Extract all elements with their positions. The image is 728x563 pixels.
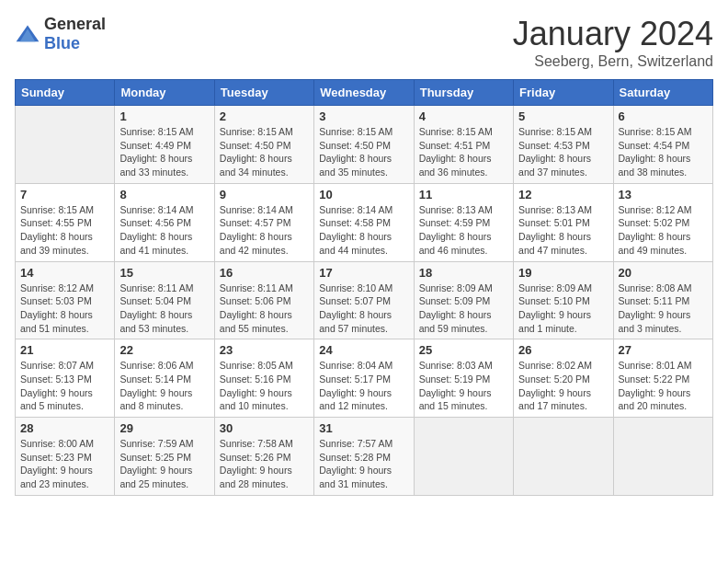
- day-number: 12: [518, 188, 608, 201]
- day-info: Sunrise: 8:14 AMSunset: 4:58 PMDaylight:…: [319, 203, 408, 258]
- day-number: 11: [419, 188, 508, 201]
- day-number: 30: [220, 421, 309, 435]
- title-area: January 2024 Seeberg, Bern, Switzerland: [513, 15, 713, 70]
- day-number: 7: [20, 188, 109, 201]
- day-number: 29: [119, 421, 209, 435]
- calendar-cell: 9Sunrise: 8:14 AMSunset: 4:57 PMDaylight…: [214, 183, 313, 261]
- weekday-header: Wednesday: [314, 80, 414, 106]
- calendar-cell: [414, 418, 513, 496]
- day-info: Sunrise: 8:04 AMSunset: 5:17 PMDaylight:…: [319, 359, 408, 413]
- calendar-cell: 16Sunrise: 8:11 AMSunset: 5:06 PMDayligh…: [214, 261, 313, 339]
- day-info: Sunrise: 7:57 AMSunset: 5:28 PMDaylight:…: [319, 437, 408, 491]
- day-number: 24: [319, 343, 408, 357]
- calendar-cell: 11Sunrise: 8:13 AMSunset: 4:59 PMDayligh…: [414, 183, 513, 261]
- day-number: 23: [220, 343, 309, 357]
- calendar-cell: 20Sunrise: 8:08 AMSunset: 5:11 PMDayligh…: [613, 261, 712, 339]
- day-info: Sunrise: 8:15 AMSunset: 4:55 PMDaylight:…: [20, 203, 109, 258]
- day-number: 20: [619, 266, 708, 280]
- day-number: 25: [419, 343, 508, 357]
- calendar-cell: 8Sunrise: 8:14 AMSunset: 4:56 PMDaylight…: [115, 183, 214, 261]
- calendar-cell: 12Sunrise: 8:13 AMSunset: 5:01 PMDayligh…: [514, 183, 613, 261]
- day-info: Sunrise: 7:59 AMSunset: 5:25 PMDaylight:…: [119, 437, 209, 491]
- calendar-cell: [514, 418, 613, 496]
- calendar-title: January 2024: [513, 15, 713, 53]
- calendar-cell: 3Sunrise: 8:15 AMSunset: 4:50 PMDaylight…: [314, 106, 414, 184]
- calendar-week-row: 28Sunrise: 8:00 AMSunset: 5:23 PMDayligh…: [16, 418, 713, 496]
- day-number: 3: [319, 109, 408, 123]
- day-info: Sunrise: 8:10 AMSunset: 5:07 PMDaylight:…: [319, 282, 408, 336]
- weekday-header-row: SundayMondayTuesdayWednesdayThursdayFrid…: [16, 80, 713, 106]
- day-info: Sunrise: 8:07 AMSunset: 5:13 PMDaylight:…: [20, 359, 109, 413]
- calendar-cell: 22Sunrise: 8:06 AMSunset: 5:14 PMDayligh…: [115, 339, 214, 418]
- day-info: Sunrise: 8:01 AMSunset: 5:22 PMDaylight:…: [619, 359, 708, 413]
- calendar-cell: 30Sunrise: 7:58 AMSunset: 5:26 PMDayligh…: [214, 418, 313, 496]
- day-info: Sunrise: 8:03 AMSunset: 5:19 PMDaylight:…: [419, 359, 508, 413]
- calendar-cell: [16, 106, 115, 184]
- weekday-header: Saturday: [613, 80, 712, 106]
- day-info: Sunrise: 8:05 AMSunset: 5:16 PMDaylight:…: [220, 359, 309, 413]
- weekday-header: Friday: [514, 80, 613, 106]
- calendar-cell: 26Sunrise: 8:02 AMSunset: 5:20 PMDayligh…: [514, 339, 613, 418]
- day-number: 9: [220, 188, 309, 201]
- day-number: 28: [20, 421, 109, 435]
- calendar-cell: 24Sunrise: 8:04 AMSunset: 5:17 PMDayligh…: [314, 339, 414, 418]
- day-number: 26: [518, 343, 608, 357]
- logo-icon: [15, 24, 40, 44]
- day-number: 4: [419, 109, 508, 123]
- day-info: Sunrise: 8:15 AMSunset: 4:51 PMDaylight:…: [419, 125, 508, 179]
- header-area: General Blue January 2024 Seeberg, Bern,…: [15, 15, 713, 70]
- weekday-header: Monday: [115, 80, 214, 106]
- logo-text: General Blue: [44, 15, 106, 53]
- day-number: 14: [20, 266, 109, 280]
- calendar-cell: 13Sunrise: 8:12 AMSunset: 5:02 PMDayligh…: [613, 183, 712, 261]
- day-info: Sunrise: 8:15 AMSunset: 4:50 PMDaylight:…: [220, 125, 309, 179]
- calendar-cell: 14Sunrise: 8:12 AMSunset: 5:03 PMDayligh…: [16, 261, 115, 339]
- logo-blue: Blue: [44, 34, 80, 52]
- day-number: 2: [220, 109, 309, 123]
- calendar-week-row: 1Sunrise: 8:15 AMSunset: 4:49 PMDaylight…: [16, 106, 713, 184]
- calendar-subtitle: Seeberg, Bern, Switzerland: [513, 53, 713, 70]
- calendar-cell: 2Sunrise: 8:15 AMSunset: 4:50 PMDaylight…: [214, 106, 313, 184]
- logo-general: General: [44, 15, 106, 33]
- calendar-cell: 23Sunrise: 8:05 AMSunset: 5:16 PMDayligh…: [214, 339, 313, 418]
- calendar-cell: 18Sunrise: 8:09 AMSunset: 5:09 PMDayligh…: [414, 261, 513, 339]
- day-info: Sunrise: 8:15 AMSunset: 4:50 PMDaylight:…: [319, 125, 408, 179]
- day-info: Sunrise: 7:58 AMSunset: 5:26 PMDaylight:…: [220, 437, 309, 491]
- calendar-week-row: 7Sunrise: 8:15 AMSunset: 4:55 PMDaylight…: [16, 183, 713, 261]
- calendar-table: SundayMondayTuesdayWednesdayThursdayFrid…: [15, 79, 713, 496]
- day-info: Sunrise: 8:12 AMSunset: 5:02 PMDaylight:…: [619, 203, 708, 258]
- day-info: Sunrise: 8:08 AMSunset: 5:11 PMDaylight:…: [619, 282, 708, 336]
- day-info: Sunrise: 8:06 AMSunset: 5:14 PMDaylight:…: [119, 359, 209, 413]
- day-number: 17: [319, 266, 408, 280]
- day-info: Sunrise: 8:00 AMSunset: 5:23 PMDaylight:…: [20, 437, 109, 491]
- calendar-cell: 6Sunrise: 8:15 AMSunset: 4:54 PMDaylight…: [613, 106, 712, 184]
- day-info: Sunrise: 8:11 AMSunset: 5:04 PMDaylight:…: [119, 282, 209, 336]
- day-number: 15: [119, 266, 209, 280]
- weekday-header: Tuesday: [214, 80, 313, 106]
- day-number: 27: [619, 343, 708, 357]
- day-info: Sunrise: 8:13 AMSunset: 5:01 PMDaylight:…: [518, 203, 608, 258]
- day-info: Sunrise: 8:09 AMSunset: 5:10 PMDaylight:…: [518, 282, 608, 336]
- logo: General Blue: [15, 15, 106, 53]
- calendar-week-row: 14Sunrise: 8:12 AMSunset: 5:03 PMDayligh…: [16, 261, 713, 339]
- day-number: 13: [619, 188, 708, 201]
- day-number: 5: [518, 109, 608, 123]
- calendar-cell: 19Sunrise: 8:09 AMSunset: 5:10 PMDayligh…: [514, 261, 613, 339]
- weekday-header: Thursday: [414, 80, 513, 106]
- day-number: 1: [119, 109, 209, 123]
- day-info: Sunrise: 8:14 AMSunset: 4:57 PMDaylight:…: [220, 203, 309, 258]
- day-number: 6: [619, 109, 708, 123]
- calendar-cell: 17Sunrise: 8:10 AMSunset: 5:07 PMDayligh…: [314, 261, 414, 339]
- day-info: Sunrise: 8:09 AMSunset: 5:09 PMDaylight:…: [419, 282, 508, 336]
- calendar-cell: 5Sunrise: 8:15 AMSunset: 4:53 PMDaylight…: [514, 106, 613, 184]
- day-number: 8: [119, 188, 209, 201]
- calendar-cell: 29Sunrise: 7:59 AMSunset: 5:25 PMDayligh…: [115, 418, 214, 496]
- calendar-cell: 4Sunrise: 8:15 AMSunset: 4:51 PMDaylight…: [414, 106, 513, 184]
- calendar-cell: 25Sunrise: 8:03 AMSunset: 5:19 PMDayligh…: [414, 339, 513, 418]
- day-number: 18: [419, 266, 508, 280]
- calendar-cell: 28Sunrise: 8:00 AMSunset: 5:23 PMDayligh…: [16, 418, 115, 496]
- calendar-cell: 10Sunrise: 8:14 AMSunset: 4:58 PMDayligh…: [314, 183, 414, 261]
- calendar-cell: [613, 418, 712, 496]
- calendar-cell: 27Sunrise: 8:01 AMSunset: 5:22 PMDayligh…: [613, 339, 712, 418]
- day-number: 31: [319, 421, 408, 435]
